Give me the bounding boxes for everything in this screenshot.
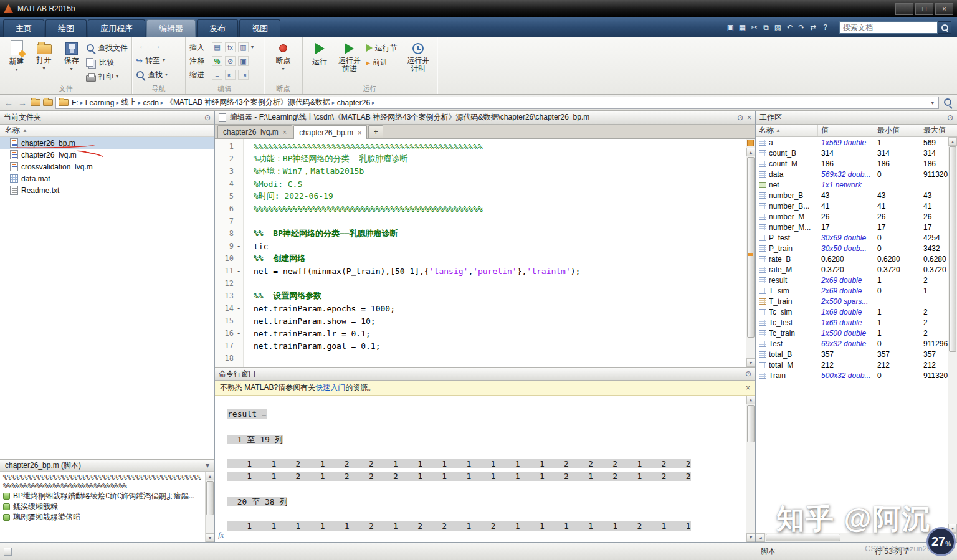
workspace-variable-row[interactable]: count_B 314 314 314 xyxy=(756,148,957,158)
insert-function-icon[interactable]: fx xyxy=(225,42,236,52)
editor-tab[interactable]: chapter26_lvq.m × xyxy=(217,125,292,138)
section-item[interactable]: 鍒涘缓缃戠粶 xyxy=(3,501,202,512)
code-line[interactable]: 3 %环境：Win7，Matlab2015b xyxy=(215,165,746,178)
breadcrumb-segment[interactable]: csdn xyxy=(141,98,160,107)
ribbon-tab[interactable]: 应用程序 xyxy=(88,19,145,37)
nav-back-icon[interactable]: ← xyxy=(3,97,14,108)
panel-menu-icon[interactable]: ⊙ xyxy=(947,113,953,122)
workspace-variable-row[interactable]: a 1x569 double 1 569 xyxy=(756,137,957,148)
panel-menu-icon[interactable]: ⊙ xyxy=(745,369,751,378)
code-line[interactable]: 9 - tic xyxy=(215,240,746,252)
paste-icon[interactable]: ▨ xyxy=(772,22,784,34)
breadcrumb-segment[interactable]: 线上 xyxy=(119,97,138,108)
code-line[interactable]: 7 xyxy=(215,215,746,227)
section-item[interactable]: 璁剧疆缃戠粶鍙傛暟 xyxy=(3,512,202,523)
run-button[interactable]: 运行 xyxy=(307,39,333,67)
workspace-variable-row[interactable]: Train 500x32 doub... 0 911320... xyxy=(756,370,957,381)
find-files-button[interactable]: 查找文件 xyxy=(86,42,128,54)
ribbon-tab[interactable]: 编辑器 xyxy=(146,19,196,37)
code-line[interactable]: 8 %% BP神经网络的分类——乳腺肿瘤诊断 xyxy=(215,227,746,240)
file-row[interactable]: chapter26_bp.m xyxy=(0,137,214,149)
run-section-button[interactable]: 运行节 xyxy=(366,42,402,54)
code-line[interactable]: 11 - net = newff(minmax(P_train),[50 1],… xyxy=(215,265,746,277)
command-window[interactable]: result = 1 至 19 列 1 1 2 1 2 2 1 1 1 1 1 … xyxy=(215,396,755,542)
doc-search-input[interactable] xyxy=(839,21,938,34)
panel-menu-icon[interactable]: ⊙ xyxy=(204,113,211,122)
workspace-variable-row[interactable]: rate_M 0.3720 0.3720 0.3720 xyxy=(756,264,957,275)
cut-icon[interactable]: ✂ xyxy=(748,22,760,34)
code-line[interactable]: 2 %功能：BP神经网络的分类——乳腺肿瘤诊断 xyxy=(215,153,746,165)
goto-button[interactable]: ↪ 转至 ▾ xyxy=(136,55,181,66)
breadcrumb-segment[interactable]: Learning xyxy=(83,98,117,107)
command-window-scrollbar[interactable]: ▲ ▼ xyxy=(746,396,755,542)
breadcrumb-dropdown-icon[interactable]: ▾ xyxy=(929,100,936,106)
save-quick-icon[interactable]: ▦ xyxy=(736,22,748,34)
ribbon-tab[interactable]: 主页 xyxy=(3,19,44,37)
back-icon[interactable]: ← xyxy=(137,41,148,50)
workspace-variable-row[interactable]: P_train 30x50 doub... 0 3432 xyxy=(756,243,957,254)
workspace-variable-row[interactable]: count_M 186 186 186 xyxy=(756,158,957,169)
file-details-header[interactable]: chapter26_bp.m (脚本) ▾ xyxy=(0,459,214,472)
code-line[interactable]: 14 - net.trainParam.epochs = 1000; xyxy=(215,302,746,315)
browse-folder-icon[interactable] xyxy=(43,99,53,106)
forward-icon[interactable]: → xyxy=(151,41,162,50)
workspace-variable-row[interactable]: result 2x69 double 1 2 xyxy=(756,275,957,285)
name-column-header[interactable]: 名称 ▲ xyxy=(0,125,214,137)
panel-menu-icon[interactable]: ⊙ xyxy=(737,113,743,122)
undo-icon[interactable]: ↶ xyxy=(784,22,796,34)
code-line[interactable]: 4 %Modi: C.S xyxy=(215,178,746,190)
workspace-variable-row[interactable]: Tc_test 1x69 double 1 2 xyxy=(756,317,957,328)
workspace-variable-row[interactable]: T_sim 2x69 double 0 1 xyxy=(756,285,957,296)
switch-window-icon[interactable]: ⇄ xyxy=(807,22,819,34)
run-and-advance-button[interactable]: 运行并 前进 xyxy=(335,39,364,73)
file-row[interactable]: data.mat xyxy=(0,173,214,184)
ribbon-tab[interactable]: 绘图 xyxy=(45,19,87,37)
section-item[interactable]: BP绁炵粡缃戠粶鐨勫垎绫烩€斺€斾钩鑵鸿偪鐦よ瘖鏂... xyxy=(3,491,202,501)
open-button[interactable]: 打开 ▾ xyxy=(31,39,57,71)
banner-close-icon[interactable]: × xyxy=(746,384,750,392)
minimize-button[interactable]: ─ xyxy=(895,3,913,15)
code-line[interactable]: 15 - net.trainParam.show = 10; xyxy=(215,315,746,327)
editor-tab[interactable]: chapter26_bp.m × xyxy=(293,125,367,139)
workspace-variable-row[interactable]: number_M... 17 17 17 xyxy=(756,222,957,232)
code-editor[interactable]: 1 %%%%%%%%%%%%%%%%%%%%%%%%%%%%%%%%%%%%%%… xyxy=(215,139,755,367)
workspace-variable-row[interactable]: number_B... 41 41 41 xyxy=(756,201,957,211)
insert-variable-icon[interactable]: ▥ xyxy=(238,42,249,52)
breakpoints-button[interactable]: 断点 ▾ xyxy=(269,39,298,72)
file-row[interactable]: crossvalidation_lvq.m xyxy=(0,161,214,173)
workspace-variable-row[interactable]: rate_B 0.6280 0.6280 0.6280 xyxy=(756,254,957,264)
workspace-variable-row[interactable]: P_test 30x69 double 0 4254 xyxy=(756,232,957,243)
insert-section-icon[interactable]: ▤ xyxy=(212,42,222,52)
workspace-variable-row[interactable]: net 1x1 network xyxy=(756,179,957,190)
folder-search-icon[interactable] xyxy=(941,97,954,109)
workspace-variable-row[interactable]: number_B 43 43 43 xyxy=(756,190,957,201)
column-header-max[interactable]: 最大值 xyxy=(920,125,957,136)
code-line[interactable]: 16 - net.trainParam.lr = 0.1; xyxy=(215,327,746,339)
new-tab-button[interactable]: + xyxy=(368,125,383,138)
breadcrumb-segment[interactable]: F: xyxy=(70,98,80,107)
comment-icon[interactable]: % xyxy=(212,56,222,66)
code-line[interactable]: 17 - net.trainParam.goal = 0.1; xyxy=(215,339,746,352)
workspace-variable-row[interactable]: total_B 357 357 357 xyxy=(756,349,957,359)
print-button[interactable]: 打印 ▾ xyxy=(86,71,128,82)
editor-scrollbar[interactable]: ▲ ▼ xyxy=(746,139,755,367)
copy-icon[interactable]: ⧉ xyxy=(760,22,772,34)
workspace-variable-row[interactable]: total_M 212 212 212 xyxy=(756,359,957,370)
save-button[interactable]: 保存 ▾ xyxy=(59,39,84,72)
workspace-vertical-scrollbar[interactable]: ▲ ▼ xyxy=(948,137,957,533)
smart-indent-icon[interactable]: ≡ xyxy=(212,70,222,80)
uncomment-icon[interactable]: ⊘ xyxy=(225,56,236,66)
find-button[interactable]: 查找 ▾ xyxy=(136,69,181,80)
new-script-button[interactable]: 新建 ▾ xyxy=(4,39,29,72)
code-line[interactable]: 6 %%%%%%%%%%%%%%%%%%%%%%%%%%%%%%%%%%%%%%… xyxy=(215,202,746,215)
community-icon[interactable]: ▣ xyxy=(725,22,736,34)
quick-start-link[interactable]: 快速入门 xyxy=(315,382,345,393)
advance-button[interactable]: ▸ 前进 xyxy=(366,57,402,68)
breadcrumb-segment[interactable]: chapter26 xyxy=(335,98,372,107)
run-and-time-button[interactable]: 运行并 计时 xyxy=(403,39,433,73)
workspace-variable-row[interactable]: Tc_sim 1x69 double 1 2 xyxy=(756,306,957,317)
tab-close-icon[interactable]: × xyxy=(358,129,361,136)
tab-close-icon[interactable]: × xyxy=(283,128,287,136)
code-line[interactable]: 13 %% 设置网络参数 xyxy=(215,290,746,302)
workspace-variable-row[interactable]: Test 69x32 double 0 911296... xyxy=(756,338,957,349)
